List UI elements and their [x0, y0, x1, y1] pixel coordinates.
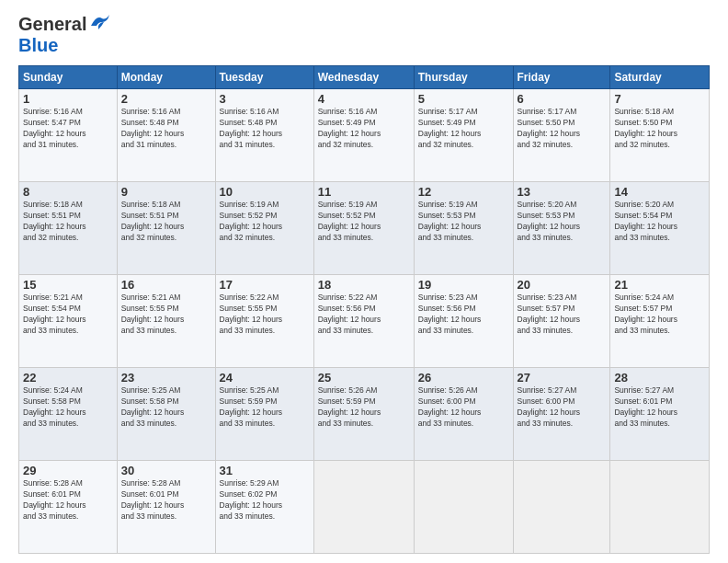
day-number: 22: [23, 371, 113, 385]
col-sunday: Sunday: [19, 66, 118, 89]
col-monday: Monday: [117, 66, 215, 89]
calendar-cell: 16Sunrise: 5:21 AM Sunset: 5:55 PM Dayli…: [117, 275, 215, 368]
day-number: 9: [121, 185, 211, 199]
calendar-cell: 28Sunrise: 5:27 AM Sunset: 6:01 PM Dayli…: [610, 368, 710, 461]
day-number: 18: [318, 278, 410, 292]
day-info: Sunrise: 5:20 AM Sunset: 5:53 PM Dayligh…: [518, 200, 607, 244]
day-number: 8: [23, 185, 113, 199]
day-number: 6: [518, 92, 607, 106]
calendar-cell: 8Sunrise: 5:18 AM Sunset: 5:51 PM Daylig…: [19, 182, 118, 275]
day-number: 30: [121, 464, 211, 477]
day-info: Sunrise: 5:23 AM Sunset: 5:57 PM Dayligh…: [518, 293, 607, 337]
day-number: 13: [518, 185, 607, 199]
page: General Blue Sunday Monday Tuesday Wedne…: [0, 0, 728, 563]
calendar-cell: [513, 461, 610, 554]
day-number: 17: [220, 278, 310, 292]
day-number: 4: [318, 92, 410, 106]
day-info: Sunrise: 5:21 AM Sunset: 5:55 PM Dayligh…: [121, 293, 211, 337]
logo-blue-text: Blue: [18, 35, 58, 56]
calendar-table: Sunday Monday Tuesday Wednesday Thursday…: [18, 65, 710, 554]
day-info: Sunrise: 5:28 AM Sunset: 6:01 PM Dayligh…: [121, 478, 211, 523]
day-number: 19: [418, 278, 509, 292]
calendar-cell: 21Sunrise: 5:24 AM Sunset: 5:57 PM Dayli…: [610, 275, 710, 368]
day-info: Sunrise: 5:23 AM Sunset: 5:56 PM Dayligh…: [418, 293, 509, 337]
day-info: Sunrise: 5:18 AM Sunset: 5:51 PM Dayligh…: [23, 200, 113, 244]
day-number: 7: [614, 92, 705, 106]
col-saturday: Saturday: [610, 66, 710, 89]
day-number: 16: [121, 278, 211, 292]
day-info: Sunrise: 5:19 AM Sunset: 5:53 PM Dayligh…: [418, 200, 509, 244]
calendar-cell: 1Sunrise: 5:16 AM Sunset: 5:47 PM Daylig…: [19, 89, 118, 182]
calendar-cell: 3Sunrise: 5:16 AM Sunset: 5:48 PM Daylig…: [215, 89, 313, 182]
calendar-cell: 29Sunrise: 5:28 AM Sunset: 6:01 PM Dayli…: [19, 461, 118, 554]
calendar-cell: 11Sunrise: 5:19 AM Sunset: 5:52 PM Dayli…: [313, 182, 414, 275]
week-row-4: 22Sunrise: 5:24 AM Sunset: 5:58 PM Dayli…: [19, 368, 710, 461]
calendar-cell: [610, 461, 710, 554]
calendar-cell: 31Sunrise: 5:29 AM Sunset: 6:02 PM Dayli…: [215, 461, 313, 554]
week-row-5: 29Sunrise: 5:28 AM Sunset: 6:01 PM Dayli…: [19, 461, 710, 554]
header-row: Sunday Monday Tuesday Wednesday Thursday…: [19, 66, 710, 89]
week-row-2: 8Sunrise: 5:18 AM Sunset: 5:51 PM Daylig…: [19, 182, 710, 275]
calendar-cell: 13Sunrise: 5:20 AM Sunset: 5:53 PM Dayli…: [513, 182, 610, 275]
day-info: Sunrise: 5:21 AM Sunset: 5:54 PM Dayligh…: [23, 293, 113, 337]
logo-bird-icon: [89, 13, 109, 29]
calendar-cell: 12Sunrise: 5:19 AM Sunset: 5:53 PM Dayli…: [414, 182, 513, 275]
logo: General Blue: [18, 14, 109, 56]
day-number: 20: [518, 278, 607, 292]
calendar-cell: 4Sunrise: 5:16 AM Sunset: 5:49 PM Daylig…: [313, 89, 414, 182]
day-info: Sunrise: 5:29 AM Sunset: 6:02 PM Dayligh…: [220, 478, 310, 523]
calendar-cell: 18Sunrise: 5:22 AM Sunset: 5:56 PM Dayli…: [313, 275, 414, 368]
day-info: Sunrise: 5:16 AM Sunset: 5:48 PM Dayligh…: [121, 107, 211, 151]
day-info: Sunrise: 5:24 AM Sunset: 5:57 PM Dayligh…: [614, 293, 705, 337]
day-info: Sunrise: 5:27 AM Sunset: 6:01 PM Dayligh…: [614, 385, 705, 430]
day-number: 31: [220, 464, 310, 477]
day-info: Sunrise: 5:17 AM Sunset: 5:50 PM Dayligh…: [518, 107, 607, 151]
day-info: Sunrise: 5:16 AM Sunset: 5:48 PM Dayligh…: [220, 107, 310, 151]
day-info: Sunrise: 5:28 AM Sunset: 6:01 PM Dayligh…: [23, 478, 113, 523]
calendar-cell: 19Sunrise: 5:23 AM Sunset: 5:56 PM Dayli…: [414, 275, 513, 368]
day-info: Sunrise: 5:16 AM Sunset: 5:49 PM Dayligh…: [318, 107, 410, 151]
day-info: Sunrise: 5:18 AM Sunset: 5:50 PM Dayligh…: [614, 107, 705, 151]
day-info: Sunrise: 5:17 AM Sunset: 5:49 PM Dayligh…: [418, 107, 509, 151]
calendar-cell: 15Sunrise: 5:21 AM Sunset: 5:54 PM Dayli…: [19, 275, 118, 368]
day-number: 29: [23, 464, 113, 477]
calendar-cell: 26Sunrise: 5:26 AM Sunset: 6:00 PM Dayli…: [414, 368, 513, 461]
col-wednesday: Wednesday: [313, 66, 414, 89]
calendar-cell: 6Sunrise: 5:17 AM Sunset: 5:50 PM Daylig…: [513, 89, 610, 182]
day-number: 5: [418, 92, 509, 106]
calendar-cell: [414, 461, 513, 554]
calendar-cell: 17Sunrise: 5:22 AM Sunset: 5:55 PM Dayli…: [215, 275, 313, 368]
day-number: 2: [121, 92, 211, 106]
day-info: Sunrise: 5:24 AM Sunset: 5:58 PM Dayligh…: [23, 385, 113, 430]
calendar-cell: 27Sunrise: 5:27 AM Sunset: 6:00 PM Dayli…: [513, 368, 610, 461]
col-thursday: Thursday: [414, 66, 513, 89]
day-number: 23: [121, 371, 211, 385]
calendar-cell: [313, 461, 414, 554]
calendar-cell: 5Sunrise: 5:17 AM Sunset: 5:49 PM Daylig…: [414, 89, 513, 182]
day-number: 24: [220, 371, 310, 385]
calendar-cell: 25Sunrise: 5:26 AM Sunset: 5:59 PM Dayli…: [313, 368, 414, 461]
day-number: 25: [318, 371, 410, 385]
day-info: Sunrise: 5:25 AM Sunset: 5:59 PM Dayligh…: [220, 385, 310, 430]
calendar-cell: 22Sunrise: 5:24 AM Sunset: 5:58 PM Dayli…: [19, 368, 118, 461]
calendar-cell: 24Sunrise: 5:25 AM Sunset: 5:59 PM Dayli…: [215, 368, 313, 461]
day-number: 21: [614, 278, 705, 292]
col-tuesday: Tuesday: [215, 66, 313, 89]
calendar-cell: 23Sunrise: 5:25 AM Sunset: 5:58 PM Dayli…: [117, 368, 215, 461]
day-info: Sunrise: 5:20 AM Sunset: 5:54 PM Dayligh…: [614, 200, 705, 244]
day-info: Sunrise: 5:22 AM Sunset: 5:56 PM Dayligh…: [318, 293, 410, 337]
day-number: 14: [614, 185, 705, 199]
col-friday: Friday: [513, 66, 610, 89]
logo-general-text: General: [18, 14, 86, 35]
week-row-3: 15Sunrise: 5:21 AM Sunset: 5:54 PM Dayli…: [19, 275, 710, 368]
week-row-1: 1Sunrise: 5:16 AM Sunset: 5:47 PM Daylig…: [19, 89, 710, 182]
day-info: Sunrise: 5:18 AM Sunset: 5:51 PM Dayligh…: [121, 200, 211, 244]
day-number: 26: [418, 371, 509, 385]
day-info: Sunrise: 5:27 AM Sunset: 6:00 PM Dayligh…: [518, 385, 607, 430]
day-number: 12: [418, 185, 509, 199]
day-info: Sunrise: 5:22 AM Sunset: 5:55 PM Dayligh…: [220, 293, 310, 337]
day-number: 28: [614, 371, 705, 385]
calendar-cell: 10Sunrise: 5:19 AM Sunset: 5:52 PM Dayli…: [215, 182, 313, 275]
day-number: 15: [23, 278, 113, 292]
day-info: Sunrise: 5:26 AM Sunset: 5:59 PM Dayligh…: [318, 385, 410, 430]
